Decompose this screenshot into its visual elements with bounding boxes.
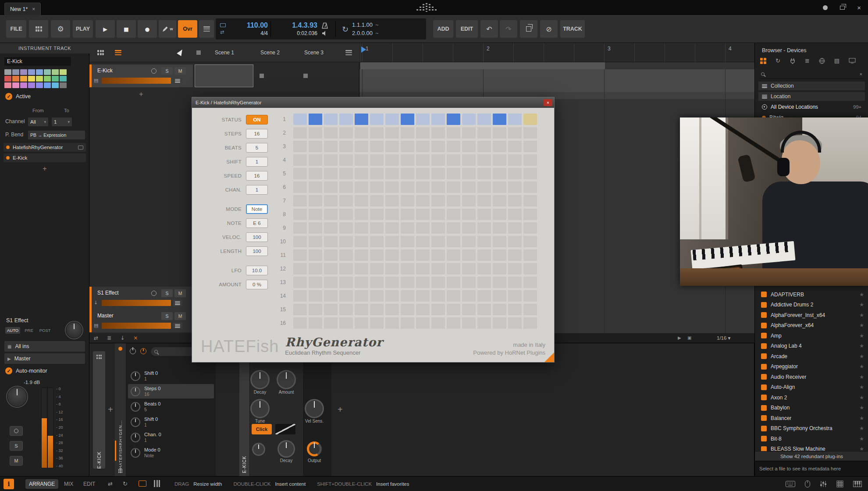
- step-cell-r9-c15[interactable]: [508, 222, 522, 234]
- color-swatch-2[interactable]: [12, 69, 19, 75]
- power-icon[interactable]: [130, 348, 136, 354]
- solo-button[interactable]: S: [161, 312, 173, 320]
- sliders-icon[interactable]: [820, 480, 827, 487]
- step-cell-r15-c15[interactable]: [508, 304, 522, 315]
- step-cell-r5-c7[interactable]: [385, 168, 399, 179]
- view-arrange-button[interactable]: ARRANGE: [25, 479, 58, 489]
- step-cell-r14-c5[interactable]: [355, 290, 368, 302]
- project-tab-close-icon[interactable]: ×: [32, 6, 35, 12]
- step-cell-r15-c5[interactable]: [355, 304, 368, 315]
- undo-button[interactable]: ↶: [480, 20, 498, 38]
- step-cell-r10-c15[interactable]: [508, 236, 522, 247]
- step-cell-r10-c16[interactable]: [523, 236, 537, 247]
- view-edit-button[interactable]: EDIT: [80, 479, 99, 489]
- follow-playhead-icon[interactable]: ▶: [678, 335, 681, 340]
- decay-knob-2[interactable]: [279, 441, 294, 456]
- step-cell-r15-c6[interactable]: [370, 304, 384, 315]
- duplicate-button[interactable]: [520, 20, 537, 38]
- step-cell-r12-c2[interactable]: [309, 263, 322, 274]
- track-row-s1effect[interactable]: S1 Effect S M ↓: [89, 287, 193, 310]
- click-button[interactable]: Click: [252, 424, 272, 434]
- step-cell-r8-c4[interactable]: [339, 209, 353, 220]
- step-cell-r13-c2[interactable]: [309, 277, 322, 288]
- step-cell-r9-c6[interactable]: [370, 222, 384, 234]
- step-cell-r10-c10[interactable]: [431, 236, 445, 247]
- browser-item-12[interactable]: Babylon★: [755, 403, 868, 413]
- solo-button[interactable]: S: [161, 289, 173, 297]
- step-cell-r10-c2[interactable]: [309, 236, 322, 247]
- tune-knob[interactable]: [252, 400, 268, 417]
- presets-tab-icon[interactable]: ↻: [776, 57, 780, 64]
- step-cell-r4-c14[interactable]: [493, 154, 506, 166]
- step-cell-r7-c13[interactable]: [477, 195, 491, 206]
- step-cell-r9-c14[interactable]: [493, 222, 506, 234]
- step-cell-r12-c15[interactable]: [508, 263, 522, 274]
- step-cell-r7-c11[interactable]: [447, 195, 460, 206]
- step-cell-r11-c12[interactable]: [462, 249, 476, 261]
- step-cell-r14-c2[interactable]: [309, 290, 322, 302]
- color-swatch-5[interactable]: [36, 69, 43, 75]
- step-cell-r5-c14[interactable]: [493, 168, 506, 179]
- step-cell-r3-c14[interactable]: [493, 141, 506, 152]
- param-value-field[interactable]: 10.0: [246, 266, 268, 275]
- redo-button[interactable]: ↷: [500, 20, 517, 38]
- step-cell-r11-c4[interactable]: [339, 249, 353, 261]
- step-cell-r12-c8[interactable]: [401, 263, 414, 274]
- param-value-field[interactable]: 0 %: [246, 280, 268, 289]
- step-cell-r8-c2[interactable]: [309, 209, 322, 220]
- step-cell-r15-c13[interactable]: [477, 304, 491, 315]
- step-cell-r8-c14[interactable]: [493, 209, 506, 220]
- tempo-value[interactable]: 110.00: [226, 21, 268, 29]
- step-cell-r2-c2[interactable]: [309, 127, 322, 139]
- step-cell-r7-c5[interactable]: [355, 195, 368, 206]
- track-button[interactable]: TRACK: [560, 20, 585, 38]
- edit-button[interactable]: EDIT: [456, 20, 478, 38]
- list-icon[interactable]: ≣: [107, 335, 111, 341]
- launcher-overdub-button[interactable]: [199, 20, 214, 38]
- color-swatch-23[interactable]: [52, 82, 59, 88]
- monitor-tab-icon[interactable]: [849, 58, 856, 64]
- step-cell-r14-c13[interactable]: [477, 290, 491, 302]
- clip-slot-3[interactable]: [299, 64, 358, 87]
- arrangement-clip-region[interactable]: [360, 62, 605, 69]
- macro-row-5[interactable]: Chan. 01: [128, 430, 214, 445]
- step-cell-r5-c3[interactable]: [324, 168, 338, 179]
- step-cell-r10-c14[interactable]: [493, 236, 506, 247]
- color-swatch-6[interactable]: [44, 69, 51, 75]
- color-swatch-24[interactable]: [60, 82, 67, 88]
- auto-button[interactable]: AUTO: [5, 327, 20, 334]
- step-cell-r7-c8[interactable]: [401, 195, 414, 206]
- lane-menu-icon[interactable]: [173, 300, 182, 306]
- step-cell-r5-c5[interactable]: [355, 168, 368, 179]
- layout-button[interactable]: [29, 20, 48, 38]
- pointer-tool-icon[interactable]: [177, 48, 185, 56]
- scene-1-label[interactable]: Scene 1: [198, 50, 251, 56]
- delete-button[interactable]: ⊘: [540, 20, 558, 38]
- step-cell-r6-c3[interactable]: [324, 181, 338, 193]
- add-track-button[interactable]: +: [89, 90, 193, 98]
- favorite-star-icon[interactable]: ★: [859, 405, 864, 411]
- step-cell-r5-c6[interactable]: [370, 168, 384, 179]
- step-cell-r9-c12[interactable]: [462, 222, 476, 234]
- mute-button[interactable]: M: [10, 456, 23, 466]
- browser-item-11[interactable]: Axon 2★: [755, 392, 868, 403]
- launcher-menu-icon[interactable]: [115, 50, 121, 55]
- step-cell-r12-c14[interactable]: [493, 263, 506, 274]
- favorite-star-icon[interactable]: ★: [859, 374, 864, 380]
- pbend-select[interactable]: PB → Expression: [28, 131, 85, 139]
- step-cell-r4-c3[interactable]: [324, 154, 338, 166]
- step-cell-r16-c2[interactable]: [309, 317, 322, 329]
- step-cell-r4-c12[interactable]: [462, 154, 476, 166]
- drag-handle-icon[interactable]: [118, 469, 123, 473]
- clip-stop-button[interactable]: [303, 74, 308, 78]
- overdub-button[interactable]: Ovr: [178, 20, 197, 38]
- color-swatch-17[interactable]: [4, 82, 11, 88]
- step-cell-r12-c4[interactable]: [339, 263, 353, 274]
- play-button[interactable]: ▶: [96, 20, 115, 38]
- web-tab-icon[interactable]: [819, 58, 825, 64]
- step-cell-r13-c13[interactable]: [477, 277, 491, 288]
- color-swatch-9[interactable]: [4, 76, 11, 82]
- color-swatch-7[interactable]: [52, 69, 59, 75]
- step-cell-r2-c12[interactable]: [462, 127, 476, 139]
- step-cell-r7-c2[interactable]: [309, 195, 322, 206]
